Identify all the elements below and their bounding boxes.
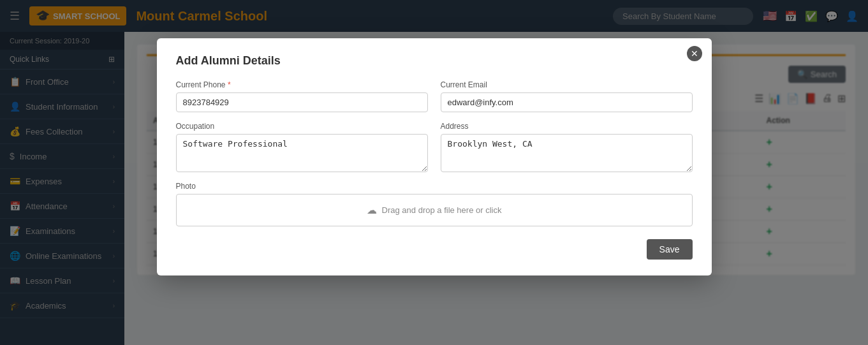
occupation-label: Occupation: [176, 122, 428, 131]
address-group: Address Brooklyn West, CA: [441, 122, 693, 172]
occupation-input[interactable]: Software Professional: [176, 134, 428, 172]
form-row-phone-email: Current Phone * Current Email: [176, 80, 693, 112]
add-alumni-modal: Add Alumni Details ✕ Current Phone * Cur…: [157, 38, 712, 275]
upload-icon: ☁: [367, 204, 377, 216]
email-input[interactable]: [441, 92, 693, 112]
form-row-occupation-address: Occupation Software Professional Address…: [176, 122, 693, 172]
occupation-group: Occupation Software Professional: [176, 122, 428, 172]
photo-group: Photo ☁ Drag and drop a file here or cli…: [176, 182, 693, 226]
modal-close-button[interactable]: ✕: [687, 46, 702, 61]
save-button[interactable]: Save: [647, 239, 693, 260]
address-label: Address: [441, 122, 693, 131]
file-drop-text: Drag and drop a file here or click: [382, 205, 502, 215]
modal-footer: Save: [176, 239, 693, 260]
email-label: Current Email: [441, 80, 693, 89]
modal-title: Add Alumni Details: [176, 54, 693, 68]
modal-overlay[interactable]: Add Alumni Details ✕ Current Phone * Cur…: [0, 0, 868, 345]
required-indicator: *: [228, 80, 231, 89]
address-input[interactable]: Brooklyn West, CA: [441, 134, 693, 172]
phone-label: Current Phone *: [176, 80, 428, 89]
file-drop-zone[interactable]: ☁ Drag and drop a file here or click: [176, 194, 693, 226]
photo-label: Photo: [176, 182, 693, 191]
email-group: Current Email: [441, 80, 693, 112]
phone-group: Current Phone *: [176, 80, 428, 112]
phone-input[interactable]: [176, 92, 428, 112]
